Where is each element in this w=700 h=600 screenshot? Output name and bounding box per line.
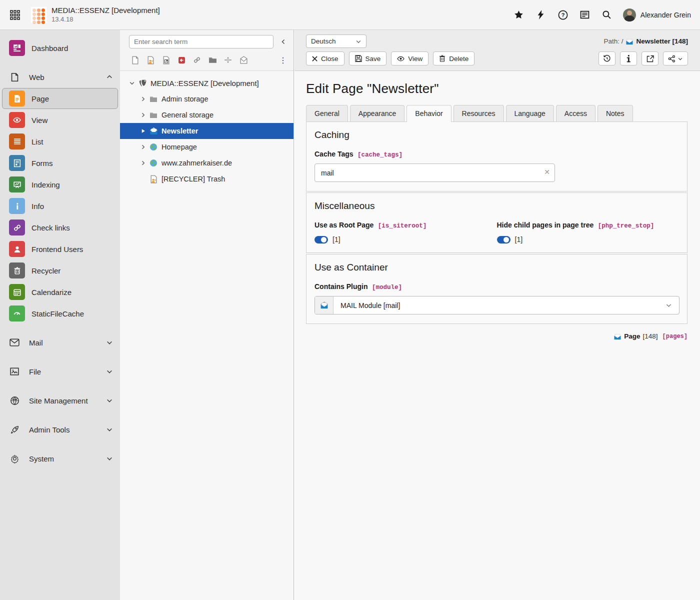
view-module-icon	[9, 112, 25, 128]
page-module-icon	[9, 90, 25, 106]
new-shortcut-page-icon[interactable]	[160, 54, 172, 66]
tab-appearance[interactable]: Appearance	[350, 105, 405, 122]
tab-access[interactable]: Access	[556, 105, 596, 122]
sidebar-item-info[interactable]: Info	[2, 196, 118, 216]
sidebar-item-frontend-users[interactable]: Frontend Users	[2, 238, 118, 260]
sidebar-group-file[interactable]: File	[0, 361, 120, 382]
delete-button[interactable]: Delete	[433, 52, 474, 66]
sidebar-item-indexing[interactable]: Indexing	[2, 174, 118, 195]
indexing-module-icon	[9, 176, 25, 192]
tree-search-input[interactable]	[129, 35, 274, 48]
sidebar-group-system[interactable]: System	[0, 448, 120, 469]
field-label-contains-plugin: Contains Plugin	[314, 282, 368, 290]
user-menu[interactable]: Alexander Grein	[623, 8, 691, 22]
view-button[interactable]: View	[391, 52, 428, 66]
php-tree-stop-toggle[interactable]	[497, 236, 510, 244]
breadcrumb-page[interactable]: Newsletter [148]	[636, 38, 688, 45]
tree-node-homepage[interactable]: Homepage	[120, 139, 294, 155]
chevron-right-icon[interactable]	[139, 159, 147, 167]
new-backend-user-section-icon[interactable]	[144, 54, 156, 66]
site-globe-icon	[149, 158, 158, 168]
bookmarks-icon[interactable]	[510, 6, 528, 24]
chevron-down-icon	[678, 56, 683, 62]
brand-logo-icon	[31, 7, 47, 23]
share-button[interactable]	[663, 52, 688, 66]
breadcrumb: Path: / Newsletter [148]	[604, 38, 688, 45]
tca-name: [cache_tags]	[358, 152, 402, 158]
tab-notes[interactable]: Notes	[598, 105, 633, 122]
section-title: Caching	[314, 130, 679, 140]
chevron-right-icon[interactable]	[139, 143, 147, 151]
sidebar-group-web[interactable]: Web	[0, 66, 120, 88]
sidebar-item-page[interactable]: Page	[2, 88, 118, 109]
record-uid: [148]	[643, 332, 658, 340]
web-icon	[8, 72, 20, 82]
new-page-icon[interactable]	[129, 54, 141, 66]
new-mount-point-icon[interactable]	[176, 54, 188, 66]
save-button[interactable]: Save	[349, 52, 387, 66]
info-button[interactable]	[620, 52, 637, 66]
help-icon[interactable]: ?	[554, 6, 572, 24]
frontend-users-module-icon	[9, 241, 25, 257]
chevron-right-icon[interactable]	[139, 95, 147, 103]
close-button[interactable]: Close	[306, 52, 344, 66]
contains-plugin-select[interactable]: MAIL Module [mail]	[314, 296, 680, 314]
expand-triangle-icon[interactable]	[139, 127, 147, 135]
gear-icon	[8, 454, 20, 464]
tree-node-general-storage[interactable]: General storage	[120, 107, 294, 123]
sidebar-item-forms[interactable]: Forms	[2, 152, 118, 174]
section-title: Use as Container	[314, 262, 679, 273]
section-miscellaneous: Miscellaneous Use as Root Page [is_siter…	[306, 192, 688, 253]
clear-cache-icon[interactable]	[532, 6, 550, 24]
field-label-php-tree-stop: Hide child pages in page tree	[497, 221, 594, 229]
new-spacer-icon[interactable]	[222, 54, 234, 66]
sidebar-item-check-links[interactable]: Check links	[2, 217, 118, 238]
sidebar-item-recycler[interactable]: Recycler	[2, 260, 118, 281]
tab-behavior[interactable]: Behavior	[406, 105, 451, 122]
selected-plugin: MAIL Module [mail]	[340, 302, 400, 310]
language-select[interactable]: Deutsch	[306, 34, 366, 48]
cache-tags-input[interactable]	[314, 164, 555, 182]
is-siteroot-toggle[interactable]	[314, 236, 328, 244]
new-folder-icon[interactable]	[206, 54, 218, 66]
search-icon[interactable]	[598, 6, 616, 24]
chevron-down-icon[interactable]	[128, 79, 136, 87]
new-mail-page-icon[interactable]	[238, 54, 250, 66]
tree-node-root[interactable]: MEDIA::ESSENZ [Development]	[120, 75, 294, 91]
tree-more-options-icon[interactable]: ⋮	[278, 56, 288, 65]
tab-language[interactable]: Language	[506, 105, 554, 122]
new-link-icon[interactable]	[191, 54, 203, 66]
history-button[interactable]	[598, 52, 616, 66]
tree-node-newsletter[interactable]: Newsletter	[120, 123, 294, 139]
tab-general[interactable]: General	[306, 105, 348, 122]
sidebar-group-site-management[interactable]: Site Management	[0, 390, 120, 411]
open-in-new-window-button[interactable]	[642, 52, 658, 66]
brand[interactable]: MEDIA::ESSENZ [Development] 13.4.18	[31, 6, 160, 23]
tree-node-zahmerkaiser[interactable]: www.zahmerkaiser.de	[120, 155, 294, 171]
sidebar-item-calendarize[interactable]: Calendarize	[2, 282, 118, 302]
mail-page-icon	[149, 126, 158, 136]
collapse-tree-icon[interactable]	[278, 36, 288, 48]
tree-node-admin-storage[interactable]: Admin storage	[120, 91, 294, 107]
recycler-page-icon	[149, 174, 158, 184]
sidebar-item-staticfilecache[interactable]: StaticFileCache	[2, 303, 118, 324]
system-information-icon[interactable]	[576, 6, 594, 24]
clear-input-icon[interactable]: ✕	[544, 168, 550, 176]
sidebar-item-view[interactable]: View	[2, 110, 118, 130]
mail-page-icon	[614, 333, 622, 340]
tree-node-recycler-trash[interactable]: [RECYCLER] Trash	[120, 171, 294, 187]
field-label-is-siteroot: Use as Root Page	[314, 221, 374, 229]
sidebar-item-dashboard[interactable]: Dashboard	[2, 38, 118, 58]
user-name: Alexander Grein	[640, 11, 691, 19]
info-module-icon	[9, 198, 25, 214]
module-menu-toggle-icon[interactable]	[8, 8, 22, 22]
sidebar-group-mail[interactable]: Mail	[0, 332, 120, 353]
sidebar-item-list[interactable]: List	[2, 131, 118, 152]
tab-resources[interactable]: Resources	[454, 105, 504, 122]
folder-icon	[149, 94, 158, 104]
chevron-up-icon	[106, 74, 113, 80]
rocket-icon	[8, 425, 20, 434]
mail-page-icon	[626, 38, 634, 45]
sidebar-group-admin-tools[interactable]: Admin Tools	[0, 419, 120, 440]
chevron-right-icon[interactable]	[139, 111, 147, 119]
